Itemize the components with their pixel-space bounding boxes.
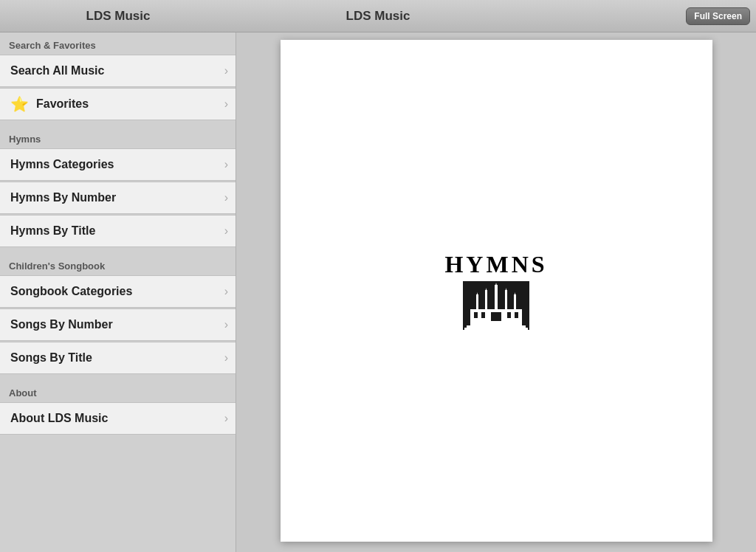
sidebar-item-hymns-categories[interactable]: Hymns Categories›	[0, 148, 236, 181]
sidebar-item-search-all-music[interactable]: Search All Music›	[0, 55, 236, 87]
chevron-right-icon: ›	[224, 224, 228, 238]
hymns-cover: HYMNS	[444, 251, 547, 331]
svg-rect-20	[463, 330, 529, 331]
sidebar-item-songbook-categories[interactable]: Songbook Categories›	[0, 275, 236, 308]
sidebar-item-label-favorites: Favorites	[36, 97, 224, 111]
svg-rect-4	[485, 290, 487, 311]
sidebar: Search & FavoritesSearch All Music›⭐Favo…	[0, 32, 236, 552]
sidebar-item-label-songs-by-number: Songs By Number	[10, 318, 224, 331]
main-content: Search & FavoritesSearch All Music›⭐Favo…	[0, 32, 756, 552]
svg-rect-18	[467, 325, 526, 328]
sidebar-item-label-search-all-music: Search All Music	[10, 64, 224, 77]
svg-rect-2	[495, 285, 498, 311]
chevron-right-icon: ›	[224, 351, 228, 365]
section-childrens-songbook: Children's SongbookSongbook Categories›S…	[0, 253, 236, 374]
chevron-right-icon: ›	[224, 97, 228, 111]
sidebar-item-hymns-by-number[interactable]: Hymns By Number›	[0, 182, 236, 214]
chevron-right-icon: ›	[224, 412, 228, 425]
svg-rect-19	[464, 328, 528, 330]
section-about: AboutAbout LDS Music›	[0, 380, 236, 435]
svg-rect-13	[474, 312, 478, 318]
content-area: HYMNS	[236, 32, 756, 552]
svg-rect-17	[515, 312, 518, 318]
main-title: LDS Music	[346, 9, 410, 24]
section-header-childrens-songbook: Children's Songbook	[0, 253, 236, 275]
hymns-book-title: HYMNS	[444, 251, 547, 278]
sidebar-title: LDS Music	[0, 9, 236, 24]
sidebar-item-songs-by-number[interactable]: Songs By Number›	[0, 308, 236, 341]
section-search-favorites: Search & FavoritesSearch All Music›⭐Favo…	[0, 32, 236, 120]
sidebar-item-label-about-lds-music: About LDS Music	[10, 412, 224, 425]
hymns-cover-image	[463, 281, 529, 331]
section-hymns: HymnsHymns Categories›Hymns By Number›Hy…	[0, 126, 236, 247]
page-view: HYMNS	[281, 40, 712, 542]
sidebar-item-songs-by-title[interactable]: Songs By Title›	[0, 342, 236, 374]
sidebar-item-label-hymns-by-number: Hymns By Number	[10, 191, 224, 204]
fullscreen-button[interactable]: Full Screen	[686, 7, 750, 25]
svg-rect-16	[507, 312, 511, 318]
svg-rect-15	[491, 312, 501, 321]
sidebar-item-label-hymns-by-title: Hymns By Title	[10, 224, 224, 238]
svg-rect-6	[505, 290, 507, 311]
chevron-right-icon: ›	[224, 158, 228, 171]
section-header-about: About	[0, 380, 236, 402]
chevron-right-icon: ›	[224, 64, 228, 77]
chevron-right-icon: ›	[224, 285, 228, 298]
sidebar-item-about-lds-music[interactable]: About LDS Music›	[0, 402, 236, 435]
title-bar: LDS Music LDS Music Full Screen	[0, 0, 756, 32]
chevron-right-icon: ›	[224, 318, 228, 331]
sidebar-item-favorites[interactable]: ⭐Favorites›	[0, 88, 236, 120]
section-header-search-favorites: Search & Favorites	[0, 32, 236, 55]
star-icon: ⭐	[10, 97, 29, 111]
sidebar-item-label-hymns-categories: Hymns Categories	[10, 158, 224, 171]
svg-rect-14	[481, 312, 485, 318]
sidebar-item-label-songbook-categories: Songbook Categories	[10, 285, 224, 298]
sidebar-item-label-songs-by-title: Songs By Title	[10, 351, 224, 365]
section-header-hymns: Hymns	[0, 126, 236, 148]
sidebar-item-hymns-by-title[interactable]: Hymns By Title›	[0, 215, 236, 247]
chevron-right-icon: ›	[224, 191, 228, 204]
